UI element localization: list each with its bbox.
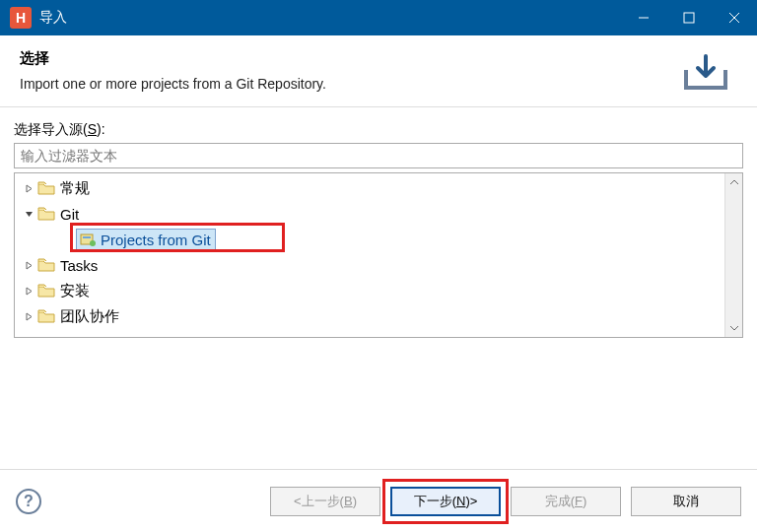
tree-item-git[interactable]: Git: [15, 201, 724, 227]
source-tree[interactable]: 常规 Git Projects from Git Tasks: [14, 172, 743, 338]
tree-label: Tasks: [60, 257, 98, 274]
tree-item-general[interactable]: 常规: [15, 175, 724, 201]
page-title: 选择: [20, 49, 664, 68]
window-title: 导入: [39, 9, 621, 27]
body-panel: 选择导入源(S): 常规 Git Projects from Git: [0, 107, 757, 338]
next-button[interactable]: 下一步(N)>: [390, 487, 501, 516]
app-icon: H: [10, 7, 32, 29]
folder-icon: [36, 206, 56, 222]
button-bar: ? <上一步(B) 下一步(N)> 完成(F) 取消: [0, 469, 757, 532]
minimize-button[interactable]: [621, 0, 666, 35]
close-button[interactable]: [712, 0, 757, 35]
scrollbar[interactable]: [724, 173, 742, 337]
collapse-icon[interactable]: [21, 210, 36, 219]
expand-icon[interactable]: [21, 312, 36, 321]
wizard-icon: [79, 232, 97, 247]
page-description: Import one or more projects from a Git R…: [20, 76, 664, 92]
expand-icon[interactable]: [21, 287, 36, 296]
source-label: 选择导入源(S):: [14, 121, 743, 139]
filter-input[interactable]: [14, 143, 743, 168]
tree-item-install[interactable]: 安装: [15, 278, 724, 303]
help-button[interactable]: ?: [16, 489, 41, 514]
tree-label: 团队协作: [60, 307, 119, 326]
svg-rect-5: [83, 236, 91, 238]
folder-icon: [36, 180, 56, 196]
tree-item-tasks[interactable]: Tasks: [15, 252, 724, 278]
import-icon: [674, 49, 737, 97]
tree-item-team[interactable]: 团队协作: [15, 303, 724, 329]
wizard-header: 选择 Import one or more projects from a Gi…: [0, 35, 757, 107]
svg-rect-1: [684, 13, 694, 23]
expand-icon[interactable]: [21, 184, 36, 193]
maximize-button[interactable]: [666, 0, 712, 35]
tree-item-projects-from-git[interactable]: Projects from Git: [15, 227, 724, 252]
finish-button: 完成(F): [511, 487, 621, 516]
cancel-button[interactable]: 取消: [631, 487, 741, 516]
back-button: <上一步(B): [270, 487, 380, 516]
tree-label: 常规: [60, 179, 90, 198]
expand-icon[interactable]: [21, 261, 36, 270]
tree-label: 安装: [60, 282, 90, 300]
folder-icon: [36, 283, 56, 299]
scroll-up-icon[interactable]: [725, 173, 742, 191]
svg-point-6: [90, 240, 96, 246]
folder-icon: [36, 257, 56, 273]
scroll-down-icon[interactable]: [725, 319, 742, 337]
tree-label: Projects from Git: [101, 232, 211, 248]
titlebar[interactable]: H 导入: [0, 0, 757, 35]
folder-icon: [36, 308, 56, 324]
tree-label: Git: [60, 206, 79, 223]
